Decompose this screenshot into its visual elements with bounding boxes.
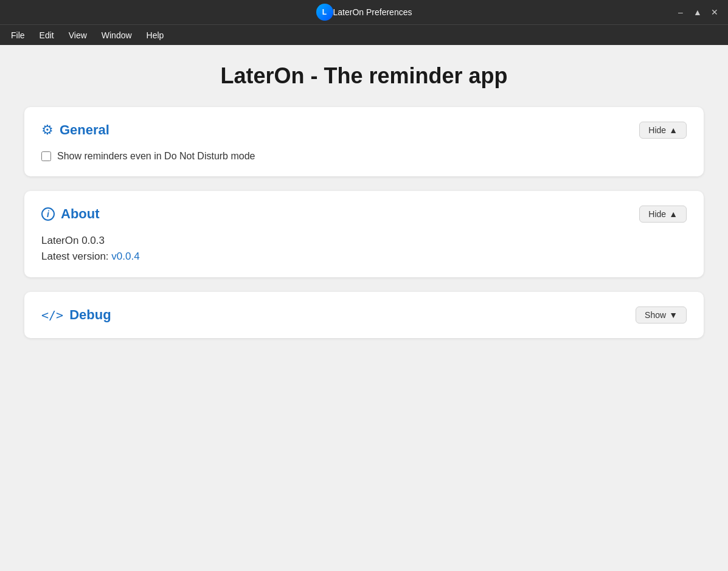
general-toggle-button[interactable]: Hide ▲	[639, 122, 687, 139]
menu-file[interactable]: File	[5, 28, 31, 43]
general-card-header: ⚙ General Hide ▲	[41, 122, 687, 139]
dnd-checkbox[interactable]	[41, 151, 51, 161]
about-card-content: LaterOn 0.0.3 Latest version: v0.0.4	[41, 235, 687, 263]
info-icon: i	[41, 207, 55, 221]
current-version: LaterOn 0.0.3	[41, 235, 687, 247]
maximize-button[interactable]: ▲	[690, 5, 705, 19]
debug-card-header: </> Debug Show ▼	[41, 306, 687, 324]
general-card-content: Show reminders even in Do Not Disturb mo…	[41, 151, 687, 162]
debug-toggle-icon: ▼	[669, 310, 678, 320]
about-card-header: i About Hide ▲	[41, 206, 687, 223]
about-title-group: i About	[41, 206, 100, 222]
minimize-button[interactable]: –	[673, 5, 688, 19]
latest-version-label: Latest version:	[41, 251, 109, 262]
menu-view[interactable]: View	[63, 28, 93, 43]
menubar: File Edit View Window Help	[0, 24, 728, 45]
titlebar: L LaterOn Preferences – ▲ ✕	[0, 0, 728, 24]
debug-card-title: Debug	[69, 307, 111, 323]
debug-card: </> Debug Show ▼	[24, 292, 704, 338]
general-toggle-label: Hide	[648, 125, 666, 135]
menu-window[interactable]: Window	[95, 28, 138, 43]
menu-help[interactable]: Help	[140, 28, 170, 43]
latest-version-row: Latest version: v0.0.4	[41, 251, 687, 263]
dnd-checkbox-label: Show reminders even in Do Not Disturb mo…	[57, 151, 255, 162]
about-toggle-button[interactable]: Hide ▲	[639, 206, 687, 223]
debug-title-group: </> Debug	[41, 307, 111, 323]
general-toggle-icon: ▲	[669, 125, 678, 135]
dnd-checkbox-row[interactable]: Show reminders even in Do Not Disturb mo…	[41, 151, 687, 162]
latest-version-link[interactable]: v0.0.4	[111, 251, 139, 262]
general-title-group: ⚙ General	[41, 122, 109, 138]
titlebar-title: LaterOn Preferences	[333, 7, 412, 17]
gear-icon: ⚙	[41, 122, 54, 138]
about-toggle-label: Hide	[648, 209, 666, 219]
app-logo: L	[316, 4, 333, 21]
window-controls: – ▲ ✕	[673, 5, 722, 19]
debug-toggle-label: Show	[645, 310, 666, 320]
general-card-title: General	[60, 122, 109, 138]
about-toggle-icon: ▲	[669, 209, 678, 219]
debug-toggle-button[interactable]: Show ▼	[636, 306, 687, 324]
close-button[interactable]: ✕	[707, 5, 722, 19]
page-title: LaterOn - The reminder app	[24, 63, 704, 89]
code-icon: </>	[41, 308, 63, 322]
about-card-title: About	[61, 206, 100, 222]
about-card: i About Hide ▲ LaterOn 0.0.3 Latest vers…	[24, 191, 704, 277]
general-card: ⚙ General Hide ▲ Show reminders even in …	[24, 107, 704, 176]
menu-edit[interactable]: Edit	[33, 28, 60, 43]
content-area: LaterOn - The reminder app ⚙ General Hid…	[0, 45, 728, 571]
